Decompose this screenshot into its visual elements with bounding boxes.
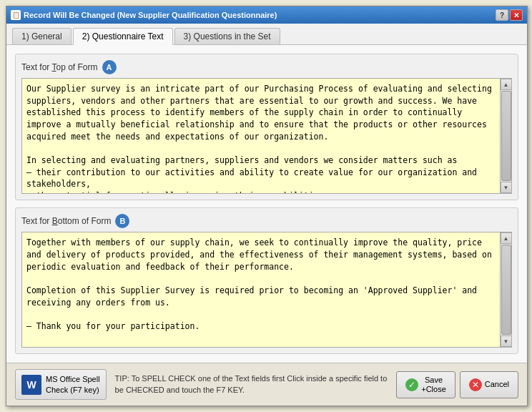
scroll-thumb[interactable] [501,91,511,181]
spell-check-button[interactable]: W MS Office Spell Check (F7 key) [15,369,107,400]
title-bar: 📋 Record Will Be Changed (New Supplier Q… [6,6,527,24]
top-text-input[interactable]: Our Supplier survey is an intricate part… [22,79,511,193]
window-title: Record Will Be Changed (New Supplier Qua… [24,11,277,19]
scroll-down-arrow[interactable]: ▼ [501,182,512,193]
badge-a: A [102,60,117,74]
tab-general[interactable]: 1) General [12,28,72,44]
bottom-scrollbar[interactable]: ▲ ▼ [500,232,511,347]
spell-check-label: MS Office Spell Check (F7 key) [46,374,100,395]
save-close-button[interactable]: ✓ Save +Close [396,371,455,398]
save-icon: ✓ [405,378,418,391]
bottom-scroll-thumb[interactable] [501,245,511,335]
tip-text: TIP: To SPELL CHECK one of the Text fiel… [115,373,388,396]
save-label: Save +Close [421,376,446,394]
tab-questionnaire-text[interactable]: 2) Questionnaire Text [73,28,173,45]
top-section-label: Text for Top of Form A [21,60,512,74]
top-text-area-container: Our Supplier survey is an intricate part… [21,78,512,194]
close-button[interactable]: ✕ [510,9,523,21]
help-button[interactable]: ? [496,9,508,21]
word-icon: W [21,375,41,395]
main-content: Text for Top of Form A Our Supplier surv… [6,45,527,363]
bottom-section-label: Text for Bottom of Form B [21,214,512,228]
bottom-text-input[interactable]: Together with members of our supply chai… [22,232,511,347]
bottom-form-section: Text for Bottom of Form B Together with … [15,207,518,354]
main-window: 📋 Record Will Be Changed (New Supplier Q… [6,6,528,406]
scroll-up-arrow[interactable]: ▲ [501,79,512,90]
cancel-label: Cancel [485,380,509,389]
cancel-button[interactable]: ✕ Cancel [460,371,518,398]
tab-questions-in-set[interactable]: 3) Questions in the Set [174,28,280,44]
top-scrollbar[interactable]: ▲ ▼ [500,79,511,193]
footer: W MS Office Spell Check (F7 key) TIP: To… [6,363,527,406]
window-icon: 📋 [11,10,21,20]
top-form-section: Text for Top of Form A Our Supplier surv… [15,54,518,200]
footer-buttons: ✓ Save +Close ✕ Cancel [396,371,518,398]
cancel-icon: ✕ [469,378,482,391]
bottom-scroll-down-arrow[interactable]: ▼ [501,335,512,347]
bottom-text-area-container: Together with members of our supply chai… [21,232,512,348]
badge-b: B [115,214,129,228]
title-bar-buttons: ? ✕ [496,9,523,21]
bottom-scroll-up-arrow[interactable]: ▲ [501,232,512,244]
tab-bar: 1) General 2) Questionnaire Text 3) Ques… [6,24,527,45]
